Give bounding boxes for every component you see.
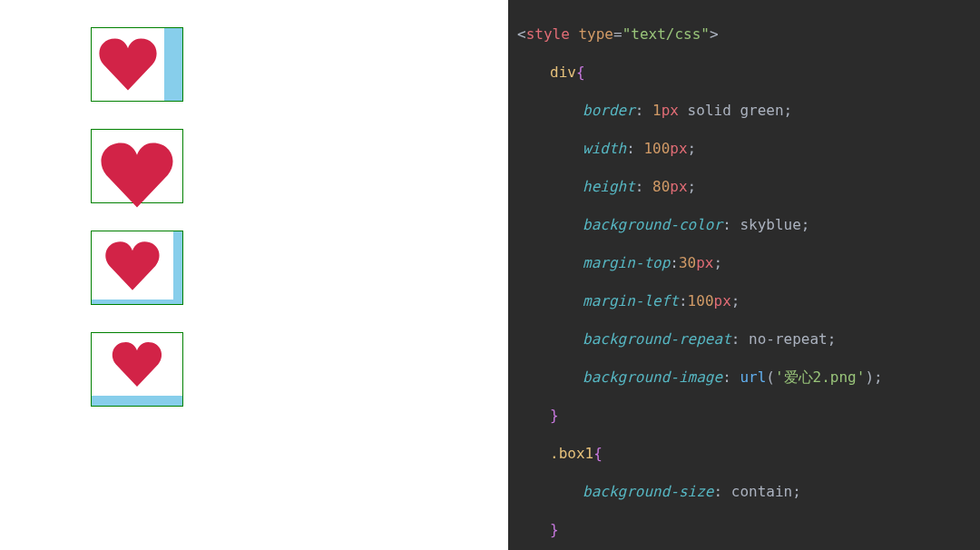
code-line: } (517, 406, 971, 425)
code-line: background-image: url('爱心2.png'); (517, 368, 971, 387)
code-line: div{ (517, 63, 971, 82)
preview-box2 (91, 129, 183, 203)
heart-icon (96, 139, 178, 211)
code-line: border: 1px solid green; (517, 101, 971, 120)
preview-box1 (91, 27, 183, 102)
heart-icon (95, 35, 161, 93)
code-line: margin-left:100px; (517, 291, 971, 310)
code-line: background-size: contain; (517, 482, 971, 501)
code-line: .box1{ (517, 444, 971, 463)
code-line: background-color: skyblue; (517, 215, 971, 234)
code-line: <style type="text/css"> (517, 25, 971, 44)
preview-box3 (91, 231, 183, 305)
code-panel: <style type="text/css"> div{ border: 1px… (508, 0, 980, 550)
code-line: } (517, 520, 971, 539)
preview-box4 (91, 332, 183, 407)
heart-icon (95, 239, 170, 293)
code-line: height: 80px; (517, 177, 971, 196)
rendered-preview (0, 0, 508, 550)
code-line: background-repeat: no-repeat; (517, 329, 971, 349)
code-line: margin-top:30px; (517, 253, 971, 272)
code-line: width: 100px; (517, 139, 971, 158)
heart-icon (96, 339, 178, 389)
page-root: <style type="text/css"> div{ border: 1px… (0, 0, 980, 550)
